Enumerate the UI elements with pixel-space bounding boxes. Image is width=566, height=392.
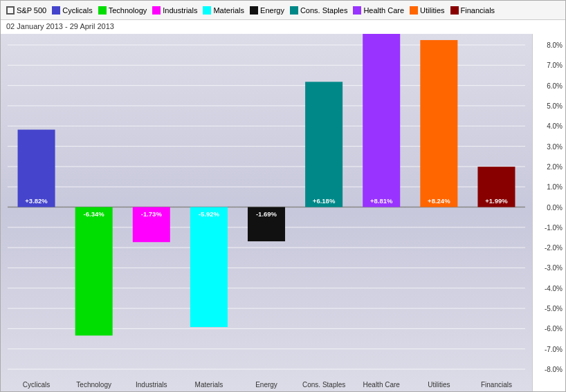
legend-technology-label: Technology xyxy=(109,6,147,15)
chart-area: Copyright, StockCharts.com 8.0%7.0%6.0%5… xyxy=(1,34,565,391)
legend-cyclicals: Cyclicals xyxy=(52,6,92,15)
y-axis-label: -8.0% xyxy=(545,366,563,373)
legend-sp500: S&P 500 xyxy=(6,6,46,15)
y-axis-label: -4.0% xyxy=(545,284,563,292)
legend-financials: Financials xyxy=(450,6,495,15)
y-axis-label: 2.0% xyxy=(547,162,563,170)
y-axis-label: 5.0% xyxy=(547,102,563,109)
y-axis-label: 3.0% xyxy=(547,142,563,150)
legend-financials-icon xyxy=(450,6,459,15)
legend-cyclicals-label: Cyclicals xyxy=(62,6,92,15)
y-axis-label: -1.0% xyxy=(545,223,563,231)
legend-energy-label: Energy xyxy=(260,6,284,15)
legend-technology: Technology xyxy=(98,6,147,15)
legend-utilities-label: Utilities xyxy=(420,6,444,15)
legend-energy-icon xyxy=(250,6,258,15)
y-axis: 8.0%7.0%6.0%5.0%4.0%3.0%2.0%1.0%0.0%-1.0… xyxy=(532,34,565,391)
legend-cons-staples-label: Cons. Staples xyxy=(300,6,347,15)
y-axis-label: -5.0% xyxy=(545,305,563,312)
legend-materials-label: Materials xyxy=(213,6,244,15)
legend-health-care: Health Care xyxy=(353,6,404,15)
legend-materials-icon xyxy=(203,6,211,15)
chart-container: S&P 500 Cyclicals Technology Industrials… xyxy=(0,0,566,392)
y-axis-label: 4.0% xyxy=(547,122,563,130)
y-axis-label: -6.0% xyxy=(545,325,563,333)
legend-sp500-icon xyxy=(6,6,15,15)
legend: S&P 500 Cyclicals Technology Industrials… xyxy=(1,1,565,20)
y-axis-label: -2.0% xyxy=(545,244,563,252)
y-axis-label: -7.0% xyxy=(545,345,563,353)
legend-health-care-label: Health Care xyxy=(363,6,404,15)
legend-industrials-icon xyxy=(152,6,161,15)
y-axis-label: 8.0% xyxy=(547,41,563,49)
legend-cons-staples: Cons. Staples xyxy=(290,6,347,15)
chart-main: Copyright, StockCharts.com xyxy=(1,34,532,391)
legend-sp500-label: S&P 500 xyxy=(17,6,46,15)
legend-utilities-icon xyxy=(410,6,418,15)
legend-cyclicals-icon xyxy=(52,6,60,15)
y-axis-label: 0.0% xyxy=(547,203,563,211)
legend-industrials: Industrials xyxy=(152,6,197,15)
legend-financials-label: Financials xyxy=(461,6,495,15)
legend-health-care-icon xyxy=(353,6,361,15)
legend-materials: Materials xyxy=(203,6,244,15)
y-axis-label: -3.0% xyxy=(545,264,563,272)
legend-utilities: Utilities xyxy=(410,6,444,15)
legend-cons-staples-icon xyxy=(290,6,298,15)
y-axis-label: 1.0% xyxy=(547,183,563,191)
date-range: 02 January 2013 - 29 April 2013 xyxy=(1,20,565,34)
y-axis-label: 7.0% xyxy=(547,62,563,69)
y-axis-label: 6.0% xyxy=(547,82,563,89)
legend-technology-icon xyxy=(98,6,107,15)
legend-industrials-label: Industrials xyxy=(163,6,197,15)
legend-energy: Energy xyxy=(250,6,284,15)
